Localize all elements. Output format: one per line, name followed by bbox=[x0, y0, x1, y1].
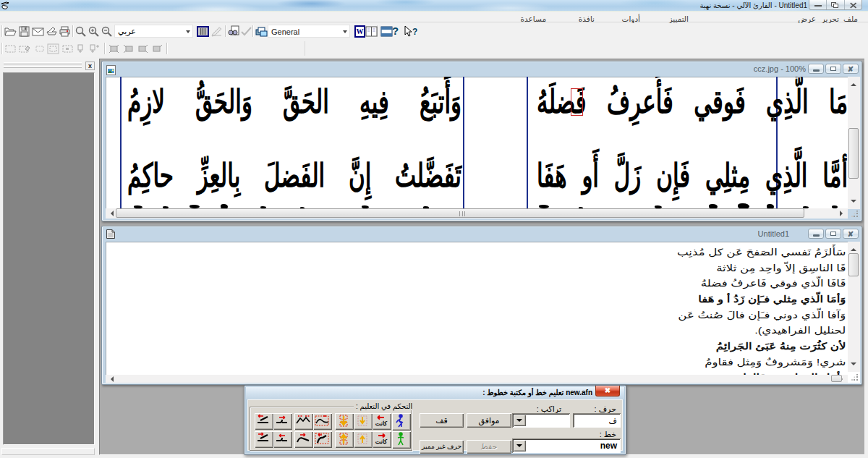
svg-text:كانت: كانت bbox=[375, 420, 388, 427]
svg-text:كانت: كانت bbox=[375, 438, 388, 445]
svg-text:W: W bbox=[357, 27, 364, 35]
svg-text:?: ? bbox=[412, 27, 417, 37]
